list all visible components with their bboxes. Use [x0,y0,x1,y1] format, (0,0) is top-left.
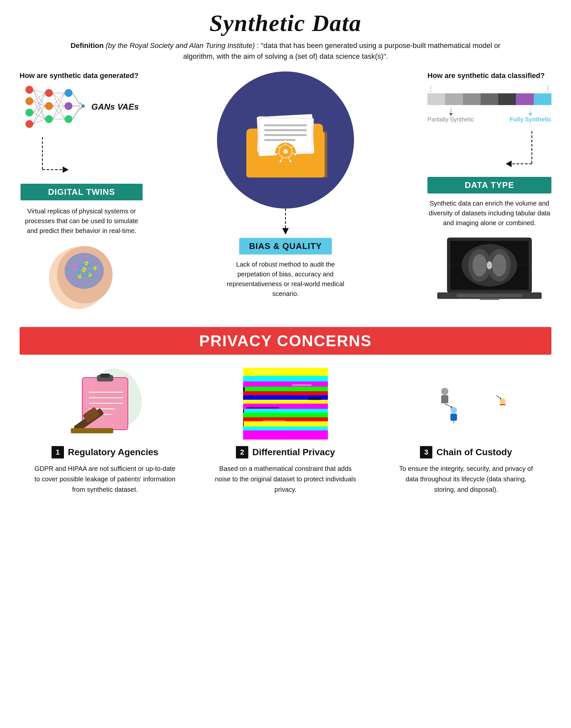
right-column: How are synthetic data classified? ⋮ ⋮ [428,72,551,306]
card-1-description: GDPR and HIPAA are not sufficient or up-… [33,463,177,495]
chain-of-custody-icon-bottom [466,391,508,410]
svg-point-7 [65,89,73,97]
svg-marker-85 [529,113,532,116]
svg-rect-130 [243,431,328,440]
partially-synthetic-text: Partially Synthetic [428,116,474,123]
svg-line-145 [496,395,501,398]
gans-vaes-wrapper: GANs VAEs [20,83,143,130]
data-type-label: DATA TYPE [428,177,551,194]
folder-circle [217,72,354,209]
regulatory-agencies-icon [66,368,144,440]
definition-italic: (by the Royal Society and Alan Turing In… [106,41,255,49]
svg-rect-123 [243,400,328,404]
svg-rect-102 [480,298,499,300]
svg-line-18 [33,106,45,113]
svg-point-9 [65,115,73,123]
card-2-header: 2 Differential Privacy [200,446,371,459]
privacy-card-3: 3 Chain of Custody To ensure the integri… [381,368,551,495]
svg-point-147 [500,398,506,404]
dashed-arrow-right [428,131,551,173]
digital-twins-label: DIGITAL TWINS [20,183,143,201]
data-type-description: Synthetic data can enrich the volume and… [428,199,551,228]
card-2-number: 2 [236,446,248,459]
bias-quality-label: BIAS & QUALITY [239,238,332,254]
dashed-arrow-left [20,137,143,179]
svg-marker-37 [63,166,69,173]
page-title: Synthetic Data [20,10,551,37]
svg-point-65 [283,149,288,154]
laptop-ct-scan-icon [437,234,542,306]
svg-rect-132 [292,384,312,386]
svg-line-32 [73,93,80,104]
svg-point-1 [25,97,33,105]
svg-rect-125 [244,409,328,413]
differential-privacy-image [243,368,328,440]
svg-point-2 [25,109,33,117]
svg-rect-115 [71,428,113,433]
color-bar-labels: Partially Synthetic Fully Synthetic [428,108,551,123]
privacy-concerns-title: PRIVACY CONCERNS [20,327,551,355]
svg-rect-135 [263,420,286,422]
svg-marker-83 [449,113,453,116]
svg-point-75 [294,153,296,155]
svg-rect-133 [246,407,279,408]
svg-rect-137 [441,395,448,403]
svg-rect-148 [500,404,506,405]
color-spectrum-bar: ⋮ ⋮ [428,85,551,107]
svg-rect-134 [308,397,321,400]
svg-marker-81 [282,228,289,235]
svg-point-3 [25,120,33,128]
card-3-number: 3 [420,446,432,459]
svg-point-136 [441,388,448,395]
svg-point-140 [451,407,457,413]
middle-section: How are synthetic data generated? [20,72,551,314]
bias-quality-description: Lack of robust method to audit the perpe… [220,259,351,298]
svg-point-79 [276,145,278,147]
card-1-number: 1 [51,446,64,459]
svg-rect-131 [253,371,279,374]
definition-text: Definition (by the Royal Society and Ala… [57,40,514,62]
svg-rect-129 [243,427,328,431]
definition-bold: Definition [71,41,103,49]
card-2-description: Based on a mathematical constraint that … [214,463,357,495]
svg-line-11 [33,90,45,93]
chain-of-custody-icon [424,368,466,440]
svg-rect-119 [243,381,328,387]
svg-rect-120 [245,387,328,392]
svg-rect-128 [244,421,328,427]
svg-point-73 [284,140,287,142]
svg-point-5 [45,102,53,110]
how-generated-title: How are synthetic data generated? [20,72,138,80]
card-1-header: 1 Regulatory Agencies [20,446,190,459]
privacy-card-2: 2 Differential Privacy Based on a mathem… [200,368,371,495]
partially-synthetic-label: Partially Synthetic [428,108,474,123]
svg-rect-121 [243,391,328,396]
left-column: How are synthetic data generated? [20,72,143,314]
svg-marker-88 [506,160,511,167]
card-3-title: Chain of Custody [436,447,512,458]
svg-rect-107 [100,374,110,378]
privacy-cards: 1 Regulatory Agencies GDPR and HIPAA are… [20,368,551,495]
chain-of-custody-image [424,368,508,440]
fully-synthetic-label: Fully Synthetic [510,108,551,123]
svg-line-34 [73,108,80,119]
svg-point-4 [45,89,53,97]
privacy-card-1: 1 Regulatory Agencies GDPR and HIPAA are… [20,368,190,495]
card-2-title: Differential Privacy [252,447,335,458]
digital-twins-description: Virtual replicas of physical systems or … [20,206,143,236]
svg-point-8 [65,102,73,110]
color-bar [428,93,551,105]
differential-privacy-icon [243,368,328,440]
dashed-arrow-down [279,209,292,238]
center-column: BIAS & QUALITY Lack of robust method to … [201,72,370,298]
svg-rect-141 [451,414,457,421]
svg-line-138 [445,404,452,407]
brain-illustration-icon [39,242,124,314]
card-3-description: To ensure the integrity, security, and p… [394,463,538,495]
svg-rect-126 [243,413,328,418]
svg-point-0 [25,86,33,94]
privacy-section: PRIVACY CONCERNS [20,327,551,495]
card-3-header: 3 Chain of Custody [381,446,551,459]
fully-synthetic-text: Fully Synthetic [510,116,551,123]
svg-point-77 [279,160,281,162]
